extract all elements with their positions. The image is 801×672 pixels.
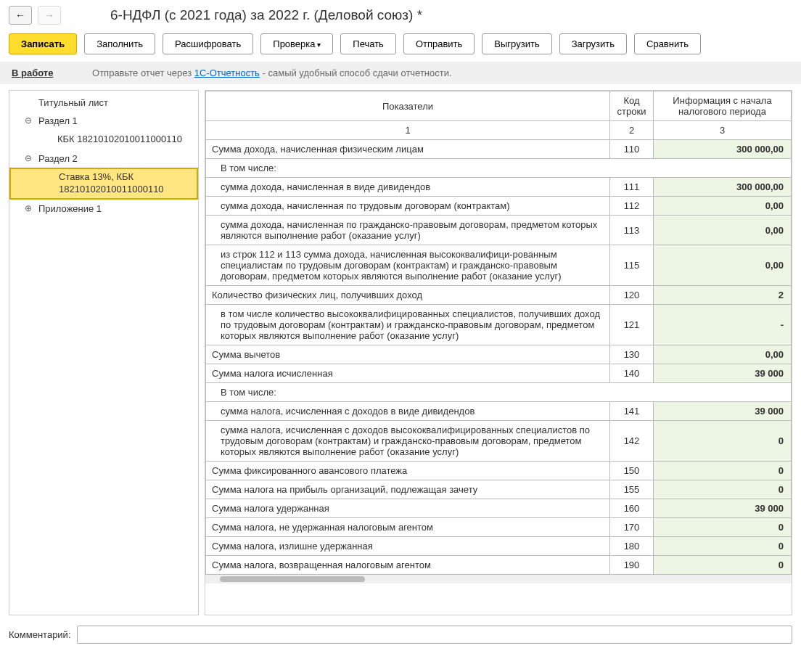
row-code: 140 xyxy=(610,364,654,383)
row-value[interactable]: 0 xyxy=(654,480,792,499)
row-indicator: Сумма вычетов xyxy=(206,345,610,364)
row-indicator: сумма налога, исчисленная с доходов в ви… xyxy=(206,402,610,421)
row-code: 190 xyxy=(610,556,654,575)
table-row: Сумма вычетов1300,00 xyxy=(206,345,792,364)
table-row: сумма дохода, начисленная в виде дивиден… xyxy=(206,178,792,197)
row-code: 113 xyxy=(610,216,654,245)
compare-button[interactable]: Сравнить xyxy=(634,33,701,54)
status-link[interactable]: 1С-Отчетность xyxy=(194,67,260,78)
forward-button[interactable]: → xyxy=(38,6,61,25)
col-indicator: Показатели xyxy=(206,91,610,121)
scrollbar-thumb[interactable] xyxy=(220,576,365,582)
row-value[interactable]: 0 xyxy=(654,462,792,480)
colnum-1: 1 xyxy=(206,121,610,140)
row-indicator: Сумма налога удержанная xyxy=(206,499,610,518)
row-value[interactable]: - xyxy=(654,305,792,345)
row-code: 180 xyxy=(610,537,654,556)
row-indicator: Сумма фиксированного авансового платежа xyxy=(206,462,610,480)
tree-section2[interactable]: ⊖ Раздел 2 xyxy=(9,149,198,168)
row-value[interactable]: 300 000,00 xyxy=(654,140,792,159)
row-value[interactable]: 0 xyxy=(654,421,792,462)
row-value[interactable]: 39 000 xyxy=(654,364,792,383)
row-header: В том числе: xyxy=(206,159,792,178)
table-row: сумма налога, исчисленная с доходов высо… xyxy=(206,421,792,462)
horizontal-scrollbar[interactable] xyxy=(205,575,792,583)
status-label[interactable]: В работе xyxy=(12,67,53,78)
row-value[interactable]: 0 xyxy=(654,556,792,575)
row-indicator: Сумма налога, излишне удержанная xyxy=(206,537,610,556)
table-row: Сумма налога исчисленная14039 000 xyxy=(206,364,792,383)
table-row: сумма дохода, начисленная по гражданско-… xyxy=(206,216,792,245)
row-code: 110 xyxy=(610,140,654,159)
col-info: Информация с начала налогового периода xyxy=(654,91,792,121)
colnum-3: 3 xyxy=(654,121,792,140)
row-header: В том числе: xyxy=(206,383,792,402)
row-value[interactable]: 2 xyxy=(654,286,792,305)
row-value[interactable]: 0,00 xyxy=(654,245,792,286)
table-row: сумма налога, исчисленная с доходов в ви… xyxy=(206,402,792,421)
row-indicator: Сумма налога исчисленная xyxy=(206,364,610,383)
back-button[interactable]: ← xyxy=(9,6,32,25)
row-value[interactable]: 39 000 xyxy=(654,499,792,518)
row-code: 160 xyxy=(610,499,654,518)
table-row: В том числе: xyxy=(206,383,792,402)
row-code: 155 xyxy=(610,480,654,499)
comment-label: Комментарий: xyxy=(9,629,71,640)
content-panel: Показатели Код строки Информация с начал… xyxy=(205,90,792,615)
row-code: 130 xyxy=(610,345,654,364)
row-indicator: из строк 112 и 113 сумма дохода, начисле… xyxy=(206,245,610,286)
export-button[interactable]: Выгрузить xyxy=(482,33,551,54)
import-button[interactable]: Загрузить xyxy=(559,33,627,54)
tree-panel: Титульный лист ⊖ Раздел 1 КБК 1821010201… xyxy=(9,90,199,615)
decode-button[interactable]: Расшифровать xyxy=(163,33,253,54)
table-row: Сумма налога, излишне удержанная1800 xyxy=(206,537,792,556)
row-indicator: Сумма налога, не удержанная налоговым аг… xyxy=(206,518,610,537)
row-code: 120 xyxy=(610,286,654,305)
check-button[interactable]: Проверка xyxy=(260,33,333,54)
print-button[interactable]: Печать xyxy=(340,33,396,54)
table-row: Сумма налога, возвращенная налоговым аге… xyxy=(206,556,792,575)
table-row: Сумма налога удержанная16039 000 xyxy=(206,499,792,518)
tree-section1[interactable]: ⊖ Раздел 1 xyxy=(9,112,198,130)
table-row: Сумма фиксированного авансового платежа1… xyxy=(206,462,792,480)
row-indicator: сумма налога, исчисленная с доходов высо… xyxy=(206,421,610,462)
row-value[interactable]: 39 000 xyxy=(654,402,792,421)
fill-button[interactable]: Заполнить xyxy=(84,33,155,54)
row-code: 111 xyxy=(610,178,654,197)
table-row: в том числе количество высококвалифициро… xyxy=(206,305,792,345)
row-code: 112 xyxy=(610,197,654,216)
col-code: Код строки xyxy=(610,91,654,121)
page-title: 6-НДФЛ (с 2021 года) за 2022 г. (Деловой… xyxy=(110,7,422,23)
row-value[interactable]: 0,00 xyxy=(654,345,792,364)
collapse-icon[interactable]: ⊖ xyxy=(24,154,33,163)
table-row: Сумма дохода, начисленная физическим лиц… xyxy=(206,140,792,159)
toolbar: Записать Заполнить Расшифровать Проверка… xyxy=(0,30,801,62)
row-indicator: сумма дохода, начисленная по гражданско-… xyxy=(206,216,610,245)
table-row: Сумма налога на прибыль организаций, под… xyxy=(206,480,792,499)
row-code: 115 xyxy=(610,245,654,286)
row-code: 142 xyxy=(610,421,654,462)
comment-input[interactable] xyxy=(77,626,793,644)
table-row: из строк 112 и 113 сумма дохода, начисле… xyxy=(206,245,792,286)
save-button[interactable]: Записать xyxy=(9,33,77,54)
row-value[interactable]: 300 000,00 xyxy=(654,178,792,197)
expand-icon[interactable]: ⊕ xyxy=(24,204,33,213)
table-row: Количество физических лиц, получивших до… xyxy=(206,286,792,305)
colnum-2: 2 xyxy=(610,121,654,140)
row-value[interactable]: 0,00 xyxy=(654,197,792,216)
row-indicator: Сумма налога на прибыль организаций, под… xyxy=(206,480,610,499)
row-indicator: Сумма дохода, начисленная физическим лиц… xyxy=(206,140,610,159)
tree-rate-kbk[interactable]: Ставка 13%, КБК 18210102010011000110 xyxy=(9,168,198,200)
row-value[interactable]: 0 xyxy=(654,518,792,537)
row-indicator: Количество физических лиц, получивших до… xyxy=(206,286,610,305)
row-value[interactable]: 0,00 xyxy=(654,216,792,245)
row-value[interactable]: 0 xyxy=(654,537,792,556)
tree-appendix[interactable]: ⊕ Приложение 1 xyxy=(9,200,198,218)
tree-title-page[interactable]: Титульный лист xyxy=(9,94,198,112)
row-code: 170 xyxy=(610,518,654,537)
row-indicator: Сумма налога, возвращенная налоговым аге… xyxy=(206,556,610,575)
collapse-icon[interactable]: ⊖ xyxy=(24,116,33,125)
send-button[interactable]: Отправить xyxy=(403,33,475,54)
table-row: В том числе: xyxy=(206,159,792,178)
tree-kbk1[interactable]: КБК 18210102010011000110 xyxy=(9,130,198,149)
